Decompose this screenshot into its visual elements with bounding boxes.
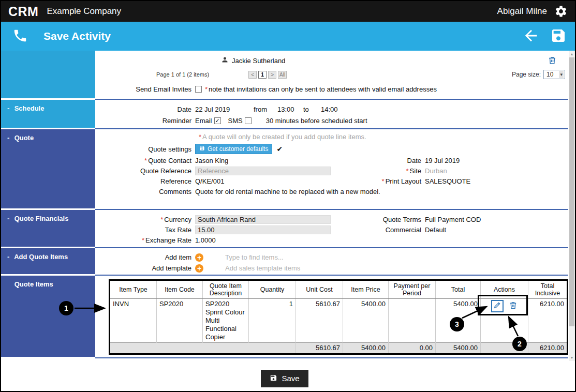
- email-reminder-checkbox[interactable]: ✓: [214, 117, 221, 124]
- commercial-value: Default: [425, 226, 446, 234]
- to-label: to: [303, 105, 321, 113]
- back-button[interactable]: [522, 27, 540, 46]
- top-bar: CRM Example Company Abigail Milne: [1, 1, 575, 22]
- section-schedule: - Schedule Date 22 Jul 2019 from 13:00 t…: [1, 100, 568, 129]
- quote-terms-label: Quote Terms: [336, 216, 425, 223]
- col-description: Quote Item Description: [203, 280, 249, 299]
- save-button[interactable]: Save: [261, 370, 308, 387]
- save-header-button[interactable]: [550, 27, 567, 46]
- defaults-applied-check-icon: ✔: [276, 145, 283, 153]
- section-quote-items: Quote Items Item Type Item Code Quote It…: [1, 276, 568, 358]
- crm-logo: CRM: [8, 4, 38, 19]
- col-total-inclusive: Total Inclusive: [528, 280, 568, 299]
- from-time-field[interactable]: 13:00: [277, 105, 303, 113]
- col-payment-per-period: Payment per Period: [389, 280, 436, 299]
- section-label: Add Quote Items: [14, 253, 68, 261]
- page-size-select[interactable]: 10 ▾: [543, 70, 565, 79]
- all-pages-button[interactable]: All: [278, 71, 287, 79]
- to-time-field[interactable]: 14:00: [321, 105, 338, 113]
- cell-item-code: SP2020: [157, 299, 203, 343]
- floppy-save-icon: [550, 27, 567, 46]
- cell-description: SP2020 Sprint Colour Multi Functional Co…: [203, 299, 249, 343]
- col-quantity: Quantity: [249, 280, 296, 299]
- find-items-input[interactable]: [225, 253, 380, 261]
- quote-terms-value: Full Payment COD: [425, 216, 481, 223]
- tax-rate-field[interactable]: 15.00: [195, 225, 331, 234]
- floppy-icon: [199, 145, 205, 153]
- crm-window: CRM Example Company Abigail Milne Save A…: [0, 0, 576, 392]
- page-1-button[interactable]: 1: [258, 71, 267, 79]
- send-invites-checkbox[interactable]: [195, 86, 202, 93]
- quote-date-value: 19 Jul 2019: [425, 157, 460, 164]
- collapse-icon: -: [7, 253, 12, 261]
- currency-field[interactable]: South African Rand: [195, 215, 331, 224]
- collapse-icon: -: [7, 134, 12, 142]
- activity-bar: Save Activity: [1, 22, 575, 51]
- user-name[interactable]: Abigail Milne: [497, 6, 547, 17]
- next-page-button[interactable]: >: [268, 71, 276, 79]
- sms-reminder-checkbox[interactable]: [245, 117, 252, 124]
- sms-label: SMS: [228, 117, 243, 125]
- total-total: 5400.00: [436, 343, 481, 354]
- quote-date-label: Date: [336, 157, 425, 164]
- add-template-plus-icon[interactable]: [195, 264, 203, 273]
- cell-item-price: 5400.00: [343, 299, 389, 343]
- tax-rate-label: Tax Rate: [95, 226, 195, 234]
- cell-unit-cost: 5610.67: [296, 299, 343, 343]
- reminder-label: Reminder: [95, 117, 195, 125]
- commercial-label: Commercial: [336, 226, 425, 234]
- dropdown-arrow-icon: ▾: [559, 71, 564, 78]
- annotation-callout-2: 2: [512, 337, 527, 351]
- total-item-price: 5400.00: [343, 343, 389, 354]
- email-label: Email: [195, 117, 212, 125]
- table-totals-row: 5610.67 5400.00 0.00 5400.00 6210.00: [110, 343, 568, 354]
- date-label: Date: [95, 105, 195, 113]
- collapse-icon: -: [7, 215, 12, 222]
- date-field[interactable]: 22 Jul 2019: [195, 105, 254, 113]
- add-template-input[interactable]: [225, 264, 380, 272]
- section-label: Schedule: [14, 104, 45, 112]
- vertical-scrollbar[interactable]: ▲ ▼: [569, 51, 575, 361]
- comments-value: Quote for old rental machine to be repla…: [195, 188, 380, 195]
- scroll-up-button[interactable]: ▲: [569, 51, 575, 57]
- scrollbar-thumb[interactable]: [569, 57, 574, 326]
- quote-contact-label: *Quote Contact: [95, 157, 195, 164]
- total-total-inclusive: 6210.00: [528, 343, 568, 354]
- section-header-schedule[interactable]: - Schedule: [1, 100, 95, 129]
- section-header-quote[interactable]: - Quote: [1, 129, 95, 210]
- quote-contact-value: Jason King: [195, 157, 336, 164]
- quote-reference-input[interactable]: [195, 167, 331, 175]
- add-item-plus-icon[interactable]: [195, 253, 203, 262]
- col-unit-cost: Unit Cost: [296, 280, 343, 299]
- invite-note: *note that invitations can only be sent …: [205, 85, 437, 93]
- col-item-type: Item Type: [110, 280, 157, 299]
- col-item-price: Item Price: [343, 280, 389, 299]
- section-header-quote-financials[interactable]: - Quote Financials: [1, 210, 95, 248]
- section-label: Quote Financials: [14, 215, 69, 222]
- section-label: Quote Items: [14, 280, 53, 288]
- settings-gear-icon[interactable]: [554, 5, 568, 18]
- currency-label: *Currency: [95, 216, 195, 223]
- floppy-save-icon: [270, 374, 277, 383]
- add-template-label: Add template: [95, 264, 195, 272]
- section-header-quote-items[interactable]: Quote Items: [1, 276, 95, 358]
- delete-attendee-button[interactable]: [548, 56, 557, 67]
- get-customer-defaults-button[interactable]: Get customer defaults: [195, 144, 272, 154]
- site-label: *Site: [336, 167, 425, 175]
- reference-value: Q/KE/001: [195, 177, 336, 185]
- scroll-down-button[interactable]: ▼: [569, 354, 575, 361]
- prev-page-button[interactable]: <: [248, 71, 257, 79]
- attendee-name: Jackie Sutherland: [232, 57, 285, 65]
- collapse-icon: -: [7, 104, 12, 112]
- section-add-quote-items: - Add Quote Items Add item Add template: [1, 248, 568, 276]
- company-name: Example Company: [47, 6, 121, 17]
- cell-payment-per-period: [389, 299, 436, 343]
- col-total: Total: [436, 280, 481, 299]
- page-size-value: 10: [547, 71, 553, 78]
- add-item-label: Add item: [95, 253, 195, 261]
- exchange-rate-label: *Exchange Rate: [95, 236, 195, 244]
- comments-label: Comments: [95, 188, 195, 195]
- site-value: Durban: [425, 167, 447, 175]
- quote-settings-label: Quote settings: [95, 145, 195, 153]
- section-header-add-quote-items[interactable]: - Add Quote Items: [1, 248, 95, 276]
